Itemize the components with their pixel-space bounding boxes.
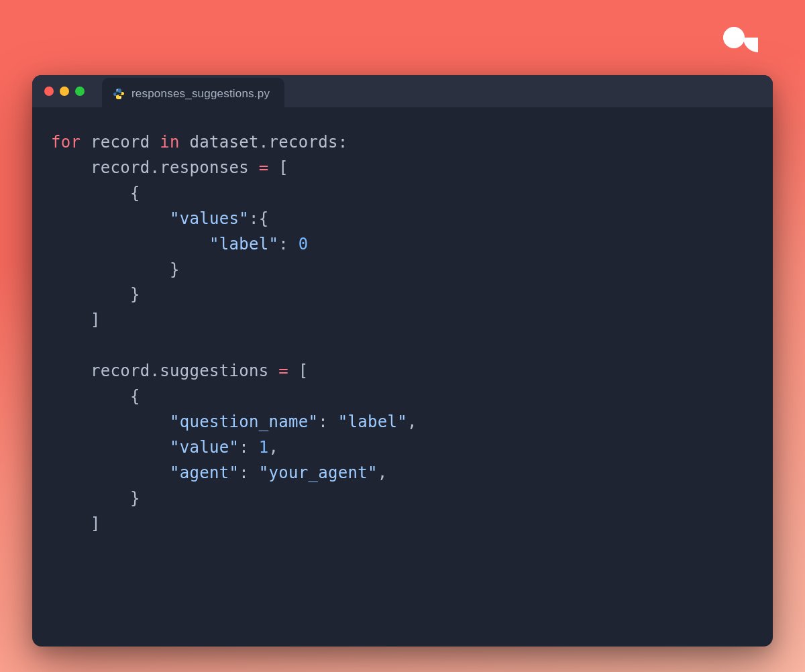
code-token-punct: ] <box>91 311 101 329</box>
code-token-punct: : <box>278 235 288 254</box>
code-token-punct: [ <box>299 361 309 380</box>
code-token-punct: : <box>338 133 348 152</box>
code-editor-window: responses_suggestions.py for record in d… <box>32 75 773 647</box>
code-token-ident <box>51 184 130 203</box>
code-token-punct: } <box>130 489 140 508</box>
svg-point-1 <box>117 89 118 91</box>
code-token-punct: : <box>249 209 259 228</box>
code-token-punct: [ <box>278 158 288 177</box>
code-token-op: = <box>278 361 288 380</box>
code-token-ident <box>80 133 91 152</box>
code-token-ident <box>249 158 259 177</box>
code-token-ident: record <box>91 361 150 380</box>
code-token-punct: } <box>170 260 180 279</box>
code-token-ident <box>269 361 279 380</box>
code-token-ident: records <box>269 133 338 152</box>
code-token-string: "your_agent" <box>259 463 378 482</box>
code-token-punct: . <box>150 361 160 380</box>
code-token-ident <box>51 285 130 304</box>
code-token-ident <box>51 158 91 177</box>
code-token-ident: record <box>91 158 150 177</box>
window-titlebar: responses_suggestions.py <box>32 75 773 107</box>
code-token-string: "question_name" <box>170 412 318 431</box>
zoom-button[interactable] <box>75 87 85 96</box>
code-token-punct: { <box>130 387 140 406</box>
code-token-string: "agent" <box>170 463 239 482</box>
code-token-string: "label" <box>338 412 407 431</box>
code-token-ident <box>51 311 91 329</box>
code-token-punct: { <box>130 184 140 203</box>
code-token-punct: ] <box>91 514 101 533</box>
svg-point-0 <box>723 27 745 48</box>
code-token-ident <box>51 260 170 279</box>
code-token-punct: . <box>150 158 160 177</box>
code-token-punct: : <box>318 412 328 431</box>
code-token-punct: , <box>407 412 417 431</box>
window-controls <box>44 87 85 96</box>
code-token-keyword: for <box>51 133 80 152</box>
python-file-icon <box>113 88 125 100</box>
code-token-ident <box>249 463 259 482</box>
code-token-ident <box>269 158 279 177</box>
code-token-ident <box>150 133 160 152</box>
code-token-string: "value" <box>170 438 239 457</box>
code-token-ident <box>51 412 170 431</box>
code-token-punct: : <box>239 463 249 482</box>
code-token-ident <box>288 235 299 254</box>
code-token-string: "values" <box>170 209 249 228</box>
code-token-punct: } <box>130 285 140 304</box>
code-token-ident <box>328 412 338 431</box>
code-token-punct: , <box>378 463 388 482</box>
code-token-ident <box>180 133 190 152</box>
code-token-string: "label" <box>209 235 278 254</box>
code-token-ident <box>51 489 130 508</box>
code-token-keyword: in <box>160 133 180 152</box>
code-content[interactable]: for record in dataset.records: record.re… <box>32 107 773 647</box>
code-token-punct: : <box>239 438 249 457</box>
code-token-op: = <box>259 158 269 177</box>
code-token-ident: responses <box>160 158 249 177</box>
code-token-number: 1 <box>259 438 269 457</box>
code-token-ident <box>51 514 91 533</box>
minimize-button[interactable] <box>60 87 69 96</box>
code-token-punct: , <box>269 438 279 457</box>
code-token-ident: suggestions <box>160 361 268 380</box>
file-tab-label: responses_suggestions.py <box>131 87 270 101</box>
file-tab[interactable]: responses_suggestions.py <box>102 78 284 110</box>
code-token-ident: dataset <box>190 133 259 152</box>
code-token-ident <box>51 387 130 406</box>
code-token-ident <box>51 235 209 254</box>
code-token-ident <box>51 361 91 380</box>
svg-point-2 <box>120 97 121 99</box>
code-token-ident <box>51 438 170 457</box>
code-token-ident: record <box>91 133 150 152</box>
close-button[interactable] <box>44 87 54 96</box>
code-token-ident <box>249 438 259 457</box>
code-token-ident <box>51 209 170 228</box>
code-token-number: 0 <box>299 235 309 254</box>
code-token-ident <box>288 361 299 380</box>
brand-logo <box>719 21 773 54</box>
code-token-punct: { <box>259 209 269 228</box>
code-token-ident <box>51 463 170 482</box>
code-token-punct: . <box>259 133 269 152</box>
